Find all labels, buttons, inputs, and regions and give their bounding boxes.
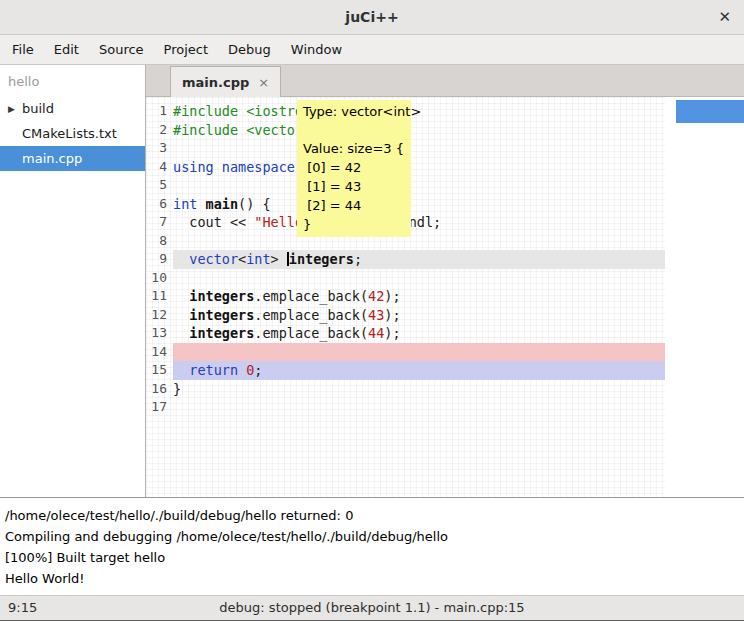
- debug-tooltip: Type: vector<int> Value: size=3 { [0] = …: [297, 100, 411, 237]
- line-code: [173, 343, 665, 362]
- line-code: [173, 232, 665, 251]
- window-title: juCi++: [345, 9, 398, 25]
- line-number[interactable]: 1: [146, 102, 167, 121]
- line-number[interactable]: 14: [146, 343, 167, 362]
- line-number[interactable]: 4: [146, 158, 167, 177]
- code-editor[interactable]: 1#include <iostream>2#include <vector>34…: [146, 97, 744, 497]
- line-code: integers.emplace_back(44);: [173, 324, 665, 343]
- line-number[interactable]: 8: [146, 232, 167, 251]
- line-number[interactable]: 13: [146, 324, 167, 343]
- tree-item-main-cpp[interactable]: main.cpp: [0, 146, 145, 171]
- code-line-15[interactable]: 15 return 0;: [146, 361, 665, 380]
- status-time: 9:15: [8, 600, 37, 615]
- line-code: [173, 139, 665, 158]
- line-number[interactable]: 16: [146, 380, 167, 399]
- status-bar: 9:15 debug: stopped (breakpoint 1.1) - m…: [0, 595, 744, 621]
- menu-item-project[interactable]: Project: [154, 38, 218, 61]
- line-number[interactable]: 11: [146, 287, 167, 306]
- tooltip-value-line: [1] = 43: [303, 177, 405, 196]
- tree-item-cmakelists-txt[interactable]: CMakeLists.txt: [0, 121, 145, 146]
- tree-item-label: build: [22, 101, 54, 116]
- terminal-line: Hello World!: [5, 568, 739, 589]
- close-icon[interactable]: ✕: [718, 8, 731, 26]
- tree-item-label: CMakeLists.txt: [22, 126, 117, 141]
- menu-item-debug[interactable]: Debug: [218, 38, 281, 61]
- tab-bar: main.cpp ×: [146, 65, 744, 97]
- line-code: integers.emplace_back(43);: [173, 306, 665, 325]
- menu-item-source[interactable]: Source: [89, 38, 154, 61]
- line-number[interactable]: 3: [146, 139, 167, 158]
- line-code: #include <vector>: [173, 121, 665, 140]
- menu-item-edit[interactable]: Edit: [44, 38, 89, 61]
- line-code: cout << "Hello World!" << endl;: [173, 213, 665, 232]
- code-line-13[interactable]: 13 integers.emplace_back(44);: [146, 324, 665, 343]
- tooltip-value-line: }: [303, 215, 405, 234]
- status-message: debug: stopped (breakpoint 1.1) - main.c…: [0, 596, 744, 615]
- terminal-line: Compiling and debugging /home/olece/test…: [5, 526, 739, 547]
- line-number[interactable]: 9: [146, 250, 167, 269]
- code-line-11[interactable]: 11 integers.emplace_back(42);: [146, 287, 665, 306]
- terminal-line: [100%] Built target hello: [5, 547, 739, 568]
- line-number[interactable]: 17: [146, 398, 167, 417]
- menu-bar: FileEditSourceProjectDebugWindow: [0, 35, 744, 65]
- line-code: return 0;: [173, 361, 665, 380]
- tooltip-value-lines: Value: size=3 { [0] = 42 [1] = 43 [2] = …: [303, 139, 405, 234]
- line-code: integers.emplace_back(42);: [173, 287, 665, 306]
- line-number[interactable]: 15: [146, 361, 167, 380]
- line-number[interactable]: 2: [146, 121, 167, 140]
- line-code: [173, 176, 665, 195]
- tree-item-label: main.cpp: [22, 151, 82, 166]
- tree-item-build[interactable]: ▶build: [0, 96, 145, 121]
- tooltip-type-text: Type: vector<int>: [303, 103, 405, 121]
- menu-item-window[interactable]: Window: [281, 38, 352, 61]
- line-number[interactable]: 10: [146, 269, 167, 288]
- terminal-line: /home/olece/test/hello/./build/debug/hel…: [5, 505, 739, 526]
- sidebar: hello ▶buildCMakeLists.txtmain.cpp: [0, 65, 146, 497]
- tab-label: main.cpp: [182, 75, 249, 90]
- tooltip-value-line: Value: size=3 {: [303, 139, 405, 158]
- tab-main-cpp[interactable]: main.cpp ×: [170, 66, 281, 97]
- code-line-10[interactable]: 10: [146, 269, 665, 288]
- project-name: hello: [0, 65, 145, 96]
- menu-item-file[interactable]: File: [2, 38, 44, 61]
- expander-icon[interactable]: ▶: [8, 104, 16, 114]
- tooltip-value-line: [2] = 44: [303, 196, 405, 215]
- line-code: using namespace std;: [173, 158, 665, 177]
- scrollbar-thumb[interactable]: [676, 100, 744, 123]
- app-window: juCi++ ✕ FileEditSourceProjectDebugWindo…: [0, 0, 744, 621]
- line-code: int main() {: [173, 195, 665, 214]
- main-area: hello ▶buildCMakeLists.txtmain.cpp main.…: [0, 65, 744, 497]
- file-tree: ▶buildCMakeLists.txtmain.cpp: [0, 96, 145, 171]
- line-code: [173, 269, 665, 288]
- line-code: }: [173, 380, 665, 399]
- line-number[interactable]: 7: [146, 213, 167, 232]
- line-number[interactable]: 6: [146, 195, 167, 214]
- code-line-17[interactable]: 17: [146, 398, 665, 417]
- line-number[interactable]: 12: [146, 306, 167, 325]
- editor-pane: main.cpp × 1#include <iostream>2#include…: [146, 65, 744, 497]
- code-line-14[interactable]: 14: [146, 343, 665, 362]
- terminal-panel: /home/olece/test/hello/./build/debug/hel…: [0, 497, 744, 595]
- line-code: vector<int> integers;: [173, 250, 665, 269]
- title-bar: juCi++ ✕: [0, 0, 744, 35]
- line-code: [173, 398, 665, 417]
- code-line-16[interactable]: 16}: [146, 380, 665, 399]
- terminal-output: /home/olece/test/hello/./build/debug/hel…: [5, 505, 739, 589]
- line-number[interactable]: 5: [146, 176, 167, 195]
- tooltip-value-line: [0] = 42: [303, 158, 405, 177]
- code-line-9[interactable]: 9 vector<int> integers;: [146, 250, 665, 269]
- tab-close-icon[interactable]: ×: [258, 75, 269, 90]
- code-line-12[interactable]: 12 integers.emplace_back(43);: [146, 306, 665, 325]
